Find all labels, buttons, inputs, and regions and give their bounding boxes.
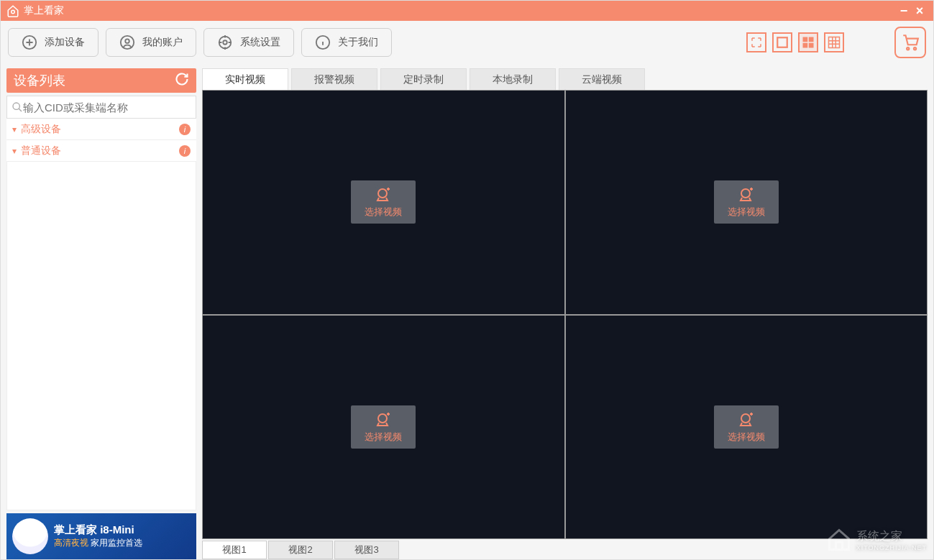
video-cell[interactable]: 选择视频 xyxy=(566,91,928,314)
content-area: 实时视频 报警视频 定时录制 本地录制 云端视频 选择视频 选择视频 xyxy=(202,64,933,559)
main-tabs: 实时视频 报警视频 定时录制 本地录制 云端视频 xyxy=(202,68,928,90)
cart-icon xyxy=(901,33,920,52)
tab-scheduled[interactable]: 定时录制 xyxy=(380,68,467,90)
view-tab-1[interactable]: 视图1 xyxy=(202,541,267,559)
quad-pane-icon xyxy=(802,36,815,49)
tab-alarm[interactable]: 报警视频 xyxy=(291,68,377,90)
sidebar-title: 设备列表 xyxy=(14,72,65,89)
svg-point-4 xyxy=(223,40,227,45)
chevron-down-icon: ▾ xyxy=(12,124,17,134)
tab-realtime[interactable]: 实时视频 xyxy=(202,68,288,90)
app-title: 掌上看家 xyxy=(24,4,64,17)
info-icon[interactable]: i xyxy=(179,145,191,157)
about-button[interactable]: 关于我们 xyxy=(301,28,392,57)
camera-add-icon xyxy=(738,185,755,203)
view-tabs: 视图1 视图2 视图3 xyxy=(202,541,928,559)
svg-point-3 xyxy=(125,39,129,43)
robot-image xyxy=(12,518,48,554)
camera-add-icon xyxy=(738,410,755,428)
single-pane-icon xyxy=(776,36,789,49)
video-grid: 选择视频 选择视频 选择视频 选择视频 xyxy=(202,90,928,539)
info-icon[interactable]: i xyxy=(179,124,191,135)
layout-quad-button[interactable] xyxy=(798,32,818,52)
my-account-label: 我的账户 xyxy=(142,36,183,49)
refresh-icon xyxy=(175,72,189,86)
device-list-body xyxy=(6,162,196,510)
close-button[interactable]: × xyxy=(912,3,928,19)
svg-point-13 xyxy=(907,47,909,50)
about-label: 关于我们 xyxy=(338,36,378,49)
video-cell[interactable]: 选择视频 xyxy=(566,316,928,539)
sidebar-group-normal[interactable]: ▾ 普通设备 i xyxy=(6,140,196,162)
svg-point-14 xyxy=(914,47,916,50)
search-input[interactable] xyxy=(23,101,191,114)
svg-point-16 xyxy=(378,189,387,198)
svg-rect-11 xyxy=(809,43,814,48)
my-account-button[interactable]: 我的账户 xyxy=(106,28,196,57)
sidebar-ad[interactable]: 掌上看家 i8-Mini 高清夜视 家用监控首选 xyxy=(6,513,196,559)
select-video-button[interactable]: 选择视频 xyxy=(714,405,779,449)
search-box[interactable] xyxy=(6,96,196,119)
cart-button[interactable] xyxy=(894,27,926,58)
group-label: 高级设备 xyxy=(21,123,61,136)
sidebar-header: 设备列表 xyxy=(6,68,196,93)
layout-fullscreen-button[interactable] xyxy=(746,32,766,52)
svg-rect-12 xyxy=(829,37,840,48)
svg-point-15 xyxy=(13,103,19,109)
main-toolbar: 添加设备 我的账户 系统设置 关于我们 xyxy=(1,21,933,64)
plus-circle-icon xyxy=(22,35,37,50)
svg-rect-9 xyxy=(809,37,814,42)
camera-add-icon xyxy=(375,410,392,428)
watermark: 系统之家 XITONGZHIJIA.NET xyxy=(826,527,927,553)
gear-icon xyxy=(217,35,233,50)
minimize-button[interactable]: − xyxy=(896,3,912,19)
select-video-button[interactable]: 选择视频 xyxy=(351,405,416,449)
select-video-button[interactable]: 选择视频 xyxy=(714,180,779,224)
fullscreen-icon xyxy=(750,36,763,49)
ad-title: 掌上看家 i8-Mini xyxy=(54,523,142,537)
info-circle-icon xyxy=(315,35,331,50)
view-tab-3[interactable]: 视图3 xyxy=(334,541,399,559)
search-icon xyxy=(12,101,23,113)
ad-subtitle: 高清夜视 家用监控首选 xyxy=(54,537,142,549)
layout-single-button[interactable] xyxy=(772,32,792,52)
svg-rect-8 xyxy=(803,37,808,42)
sidebar-group-advanced[interactable]: ▾ 高级设备 i xyxy=(6,119,196,140)
house-icon xyxy=(826,527,852,553)
svg-point-0 xyxy=(12,10,15,14)
camera-add-icon xyxy=(375,185,392,203)
nine-pane-icon xyxy=(828,36,841,49)
select-video-button[interactable]: 选择视频 xyxy=(351,180,416,224)
add-device-button[interactable]: 添加设备 xyxy=(8,28,99,57)
sidebar: 设备列表 ▾ 高级设备 i ▾ 普通设备 i 掌上看家 i8-Mini 高清夜视… xyxy=(1,64,202,559)
group-label: 普通设备 xyxy=(21,144,61,157)
video-cell[interactable]: 选择视频 xyxy=(203,316,564,539)
app-logo: 掌上看家 xyxy=(6,4,64,17)
video-cell[interactable]: 选择视频 xyxy=(203,91,564,314)
svg-rect-10 xyxy=(803,43,808,48)
refresh-button[interactable] xyxy=(175,72,189,90)
title-bar: 掌上看家 − × xyxy=(1,1,933,21)
svg-point-18 xyxy=(378,414,387,423)
user-circle-icon xyxy=(119,35,135,50)
layout-buttons xyxy=(746,32,844,52)
tab-cloud[interactable]: 云端视频 xyxy=(559,68,645,90)
svg-point-19 xyxy=(741,414,750,423)
settings-button[interactable]: 系统设置 xyxy=(203,28,294,57)
svg-rect-7 xyxy=(777,37,787,47)
settings-label: 系统设置 xyxy=(240,36,280,49)
view-tab-2[interactable]: 视图2 xyxy=(268,541,333,559)
chevron-down-icon: ▾ xyxy=(12,146,17,156)
home-icon xyxy=(6,4,19,17)
add-device-label: 添加设备 xyxy=(45,36,85,49)
tab-local[interactable]: 本地录制 xyxy=(470,68,556,90)
layout-nine-button[interactable] xyxy=(824,32,844,52)
svg-point-17 xyxy=(741,189,750,198)
